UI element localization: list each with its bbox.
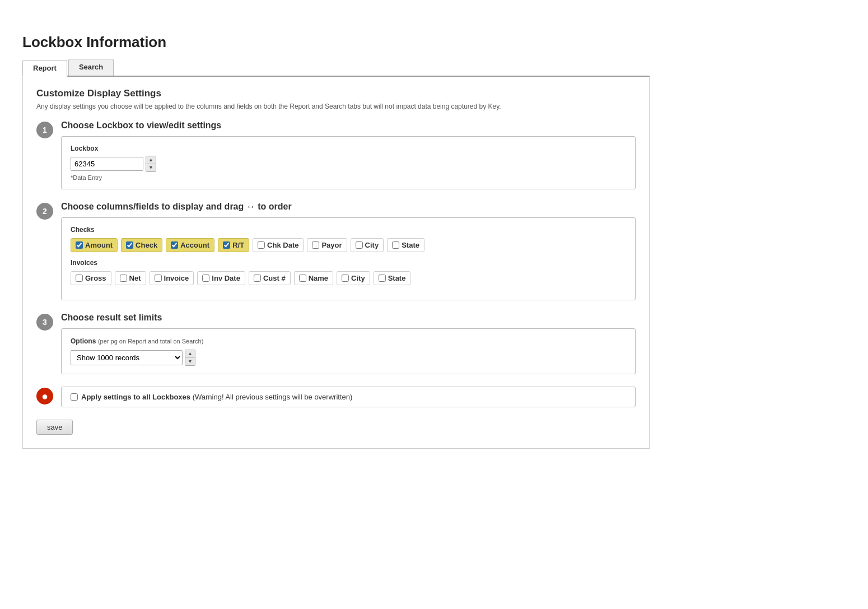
content-area: Customize Display Settings Any display s… bbox=[22, 77, 650, 449]
inv-invdate-input[interactable] bbox=[202, 275, 209, 282]
page-title: Lockbox Information bbox=[22, 34, 650, 51]
inv-gross[interactable]: Gross bbox=[71, 271, 111, 285]
inv-custnum[interactable]: Cust # bbox=[249, 271, 291, 285]
customize-heading: Customize Display Settings bbox=[36, 88, 636, 99]
inv-city[interactable]: City bbox=[337, 271, 370, 285]
step-3-content: Choose result set limits Options (per pg… bbox=[61, 313, 636, 374]
records-stepper-up[interactable]: ▲ bbox=[185, 350, 195, 358]
options-main-label: Options bbox=[71, 337, 96, 345]
check-city[interactable]: City bbox=[351, 238, 384, 252]
invoices-row: Gross Net Invoice Inv Date Cust # bbox=[71, 271, 626, 285]
step-1-heading: Choose Lockbox to view/edit settings bbox=[61, 120, 636, 131]
apply-content: Apply settings to all Lockboxes (Warning… bbox=[61, 387, 636, 407]
tabs-bar: Report Search bbox=[22, 59, 650, 77]
records-select-wrap: Show 100 records Show 500 records Show 1… bbox=[71, 350, 626, 366]
inv-name-input[interactable] bbox=[299, 275, 306, 282]
tab-search[interactable]: Search bbox=[68, 59, 114, 76]
inv-invoice[interactable]: Invoice bbox=[150, 271, 194, 285]
data-entry-note: *Data Entry bbox=[71, 174, 626, 181]
tab-report[interactable]: Report bbox=[22, 60, 67, 77]
records-stepper-down[interactable]: ▼ bbox=[185, 358, 195, 365]
step-1-content: Choose Lockbox to view/edit settings Loc… bbox=[61, 120, 636, 189]
check-city-input[interactable] bbox=[356, 241, 363, 249]
apply-box: Apply settings to all Lockboxes (Warning… bbox=[61, 387, 636, 407]
inv-state[interactable]: State bbox=[374, 271, 411, 285]
check-payor-input[interactable] bbox=[312, 241, 319, 249]
inv-custnum-input[interactable] bbox=[254, 275, 261, 282]
customize-description: Any display settings you choose will be … bbox=[36, 103, 636, 110]
step-2-box: Checks Amount Check Account bbox=[61, 217, 636, 300]
step-2-badge: 2 bbox=[36, 203, 53, 220]
step-3: 3 Choose result set limits Options (per … bbox=[36, 313, 636, 374]
inv-state-input[interactable] bbox=[379, 275, 386, 282]
inv-invoice-input[interactable] bbox=[155, 275, 162, 282]
check-chkdate-input[interactable] bbox=[258, 241, 265, 249]
step-2-heading: Choose columns/fields to display and dra… bbox=[61, 202, 636, 212]
inv-net[interactable]: Net bbox=[115, 271, 146, 285]
options-label-wrap: Options (per pg on Report and total on S… bbox=[71, 337, 626, 345]
stepper-down[interactable]: ▼ bbox=[146, 164, 156, 171]
lockbox-select[interactable]: 62345 bbox=[71, 157, 143, 171]
check-check-input[interactable] bbox=[126, 241, 133, 249]
options-sub-label: (per pg on Report and total on Search) bbox=[98, 338, 203, 345]
inv-invdate[interactable]: Inv Date bbox=[197, 271, 245, 285]
check-check[interactable]: Check bbox=[121, 238, 162, 252]
check-rt-input[interactable] bbox=[223, 241, 230, 249]
step-2-content: Choose columns/fields to display and dra… bbox=[61, 202, 636, 300]
step-3-box: Options (per pg on Report and total on S… bbox=[61, 328, 636, 374]
step-1-box: Lockbox 62345 ▲ ▼ *Data Entry bbox=[61, 136, 636, 189]
apply-all-checkbox[interactable] bbox=[71, 393, 78, 401]
check-state-input[interactable] bbox=[392, 241, 399, 249]
check-chkdate[interactable]: Chk Date bbox=[253, 238, 304, 252]
apply-warning: (Warning! All previous settings will be … bbox=[193, 393, 353, 401]
step-1-badge: 1 bbox=[36, 122, 53, 138]
check-rt[interactable]: R/T bbox=[218, 238, 249, 252]
step-1: 1 Choose Lockbox to view/edit settings L… bbox=[36, 120, 636, 189]
step-2: 2 Choose columns/fields to display and d… bbox=[36, 202, 636, 300]
check-amount-input[interactable] bbox=[76, 241, 83, 249]
check-amount[interactable]: Amount bbox=[71, 238, 118, 252]
inv-name[interactable]: Name bbox=[294, 271, 333, 285]
apply-badge: ● bbox=[36, 388, 53, 405]
step-3-heading: Choose result set limits bbox=[61, 313, 636, 323]
lockbox-field-label: Lockbox bbox=[71, 145, 626, 152]
apply-all-label[interactable]: Apply settings to all Lockboxes (Warning… bbox=[81, 393, 352, 401]
checks-row: Amount Check Account R/T Chk Date bbox=[71, 238, 626, 252]
apply-step: ● Apply settings to all Lockboxes (Warni… bbox=[36, 387, 636, 407]
records-select[interactable]: Show 100 records Show 500 records Show 1… bbox=[71, 350, 183, 365]
inv-gross-input[interactable] bbox=[76, 275, 83, 282]
lockbox-stepper[interactable]: ▲ ▼ bbox=[146, 156, 156, 172]
check-account[interactable]: Account bbox=[166, 238, 214, 252]
check-payor[interactable]: Payor bbox=[307, 238, 347, 252]
records-stepper[interactable]: ▲ ▼ bbox=[185, 350, 195, 366]
check-account-input[interactable] bbox=[171, 241, 178, 249]
invoices-label: Invoices bbox=[71, 259, 626, 267]
inv-city-input[interactable] bbox=[342, 275, 349, 282]
checks-label: Checks bbox=[71, 226, 626, 234]
save-button[interactable]: save bbox=[36, 420, 73, 435]
check-state[interactable]: State bbox=[387, 238, 424, 252]
save-section: save bbox=[36, 420, 636, 435]
step-3-badge: 3 bbox=[36, 314, 53, 331]
lockbox-select-wrap: 62345 ▲ ▼ bbox=[71, 156, 626, 172]
inv-net-input[interactable] bbox=[120, 275, 127, 282]
stepper-up[interactable]: ▲ bbox=[146, 156, 156, 164]
